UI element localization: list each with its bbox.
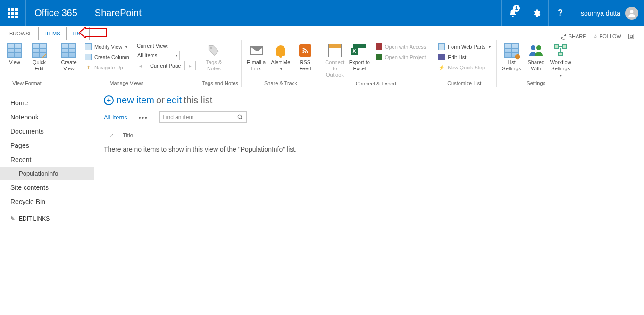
empty-message: There are no items to show in this view … [104,145,644,153]
pager-label: Current Page [146,61,185,70]
envelope-icon [250,46,263,55]
check-column[interactable]: ✓ [109,132,114,139]
tab-items[interactable]: ITEMS [38,27,67,40]
title-column[interactable]: Title [123,132,133,139]
notifications-button[interactable]: 1 [501,0,525,26]
list-header: ✓ Title [104,132,644,139]
group-share-track: E-mail a Link Alert Me▾ RSS Feed Share &… [242,40,320,87]
shared-with-button[interactable]: Shared With [524,42,548,73]
view-button[interactable]: View [3,42,26,67]
help-icon: ? [558,8,563,18]
help-button[interactable]: ? [548,0,572,26]
view-select[interactable]: All Items▾ [135,51,180,60]
create-column-button[interactable]: Create Column [82,52,132,62]
star-icon: ☆ [593,34,598,40]
nav-documents[interactable]: Documents [0,124,94,138]
nav-site-contents[interactable]: Site contents [0,180,94,195]
export-excel-button[interactable]: XExport to Excel [348,42,371,73]
rss-icon [299,44,311,57]
view-menu-button[interactable]: ••• [139,114,148,121]
form-web-parts-button[interactable]: Form Web Parts▾ [435,42,493,51]
tag-icon [207,44,220,57]
form-parts-icon [438,43,445,50]
new-quick-step-button[interactable]: ⚡New Quick Step [435,63,493,72]
user-menu[interactable]: soumya dutta [572,0,644,26]
view-icon [7,43,22,58]
svg-rect-2 [630,35,633,38]
new-item-link[interactable]: new item [117,95,154,106]
svg-point-7 [536,45,541,50]
app-cell[interactable]: SharePoint [86,0,150,26]
open-access-button[interactable]: Open with Access [372,42,429,51]
workflow-settings-button[interactable]: Workflow Settings▾ [549,42,572,79]
view-bar: All Items ••• Find an item [104,111,644,123]
pencil-icon: ✎ [10,215,15,222]
edit-list-icon [438,54,445,60]
edit-links-button[interactable]: ✎EDIT LINKS [0,209,94,222]
find-item-input[interactable]: Find an item [159,111,247,123]
ribbon: View Quick Edit View Format Create View … [0,40,644,87]
nav-populationinfo[interactable]: PopulationInfo [0,167,94,180]
quick-edit-button[interactable]: Quick Edit [27,42,51,73]
navigate-up-button[interactable]: ⬆Navigate Up [82,63,132,72]
svg-point-3 [210,47,212,49]
brand-label: Office 365 [34,8,77,18]
connect-outlook-button[interactable]: Connect to Outlook [323,42,347,79]
pager-next[interactable]: ▸ [185,61,195,70]
current-view-link[interactable]: All Items [104,114,127,121]
open-project-button[interactable]: Open with Project [372,52,429,62]
list-settings-icon [504,43,519,58]
excel-icon: X [353,44,366,57]
navigate-up-icon: ⬆ [86,65,91,71]
edit-link[interactable]: edit [167,95,182,106]
main: Home Notebook Documents Pages Recent Pop… [0,87,644,230]
edit-list-button[interactable]: Edit List [435,52,493,62]
gear-icon [532,9,541,17]
create-view-button[interactable]: Create View [57,42,81,73]
tab-browse[interactable]: BROWSE [4,27,38,40]
annotation-arrow [79,27,108,38]
svg-point-5 [515,54,520,60]
nav-notebook[interactable]: Notebook [0,110,94,124]
group-settings: List Settings Shared With Workflow Setti… [497,40,575,87]
find-placeholder: Find an item [163,114,194,120]
quick-edit-icon [32,43,47,58]
pager-prev[interactable]: ◂ [135,61,146,70]
share-button[interactable]: SHARE [560,34,586,40]
focus-button[interactable] [628,33,635,40]
group-view-format: View Quick Edit View Format [0,40,54,87]
email-link-button[interactable]: E-mail a Link [244,42,268,73]
group-tags-notes: Tags & Notes Tags and Notes [199,40,241,87]
username-label: soumya dutta [581,9,620,17]
plus-icon[interactable]: + [104,95,114,105]
suite-bar: Office 365 SharePoint 1 ? soumya dutta [0,0,644,26]
new-item-row: + new item or edit this list [104,95,644,106]
waffle-icon [8,8,18,18]
outlook-icon [328,44,342,57]
group-connect-export: Connect to Outlook XExport to Excel Open… [320,40,432,87]
nav-home[interactable]: Home [0,96,94,110]
view-pager[interactable]: ◂Current Page▸ [135,61,196,70]
brand-cell[interactable]: Office 365 [26,0,86,26]
svg-rect-10 [558,52,562,56]
follow-button[interactable]: ☆FOLLOW [593,34,621,40]
modify-view-button[interactable]: Modify View▾ [82,42,132,51]
lightning-icon: ⚡ [438,65,445,71]
people-icon [529,44,543,57]
list-settings-button[interactable]: List Settings [500,42,523,73]
alert-me-button[interactable]: Alert Me▾ [269,42,293,73]
svg-rect-1 [629,34,634,39]
access-icon [376,43,382,50]
rss-feed-button[interactable]: RSS Feed [293,42,317,73]
nav-recent[interactable]: Recent [0,153,94,167]
tags-notes-button[interactable]: Tags & Notes [202,42,226,73]
search-icon [237,114,243,120]
settings-button[interactable] [525,0,548,26]
project-icon [376,54,382,60]
nav-recycle-bin[interactable]: Recycle Bin [0,195,94,209]
create-view-icon [61,43,76,58]
content-area: + new item or edit this list All Items •… [94,87,644,230]
app-launcher[interactable] [0,0,26,26]
svg-rect-8 [554,45,559,48]
nav-pages[interactable]: Pages [0,138,94,153]
